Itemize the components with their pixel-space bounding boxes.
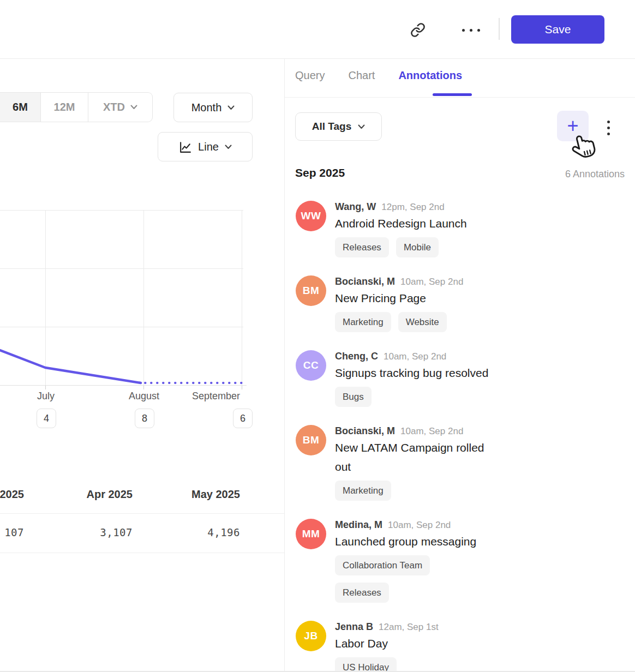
annotation-title: New Pricing Page [335, 289, 463, 308]
annotation-tag[interactable]: Mobile [396, 237, 439, 257]
save-button[interactable]: Save [511, 15, 604, 44]
annotation-time: 12pm, Sep 2nd [381, 202, 444, 213]
table-value-cell: 4,196 [158, 526, 240, 538]
annotation-title: Labor Day [335, 634, 439, 653]
chart-type-button[interactable]: Line [158, 132, 253, 161]
table-header-cell: May 2025 [158, 488, 240, 501]
annotation-tag[interactable]: Bugs [335, 387, 372, 407]
annotation-tag[interactable]: Marketing [335, 312, 391, 332]
annotation-item[interactable]: BM Bocianski, M 10am, Sep 2nd New LATAM … [296, 425, 626, 501]
chart-type-label: Line [198, 141, 219, 153]
annotation-count-badge[interactable]: 4 [37, 409, 56, 428]
tabs-divider [285, 97, 635, 98]
annotation-tag[interactable]: Marketing [335, 481, 391, 501]
kebab-icon [607, 121, 610, 123]
avatar: BM [296, 275, 326, 306]
add-annotation-button[interactable]: + [557, 111, 589, 141]
table-header-cell: Apr 2025 [51, 488, 133, 501]
panel-tabs: Query Chart Annotations [295, 69, 462, 82]
table-divider [0, 553, 284, 553]
avatar: BM [296, 425, 326, 455]
table-header-cell: 2025 [0, 488, 24, 501]
header-divider [499, 18, 500, 40]
x-axis-label: September [183, 391, 249, 402]
annotation-tag[interactable]: Website [398, 312, 447, 332]
range-option-6m[interactable]: 6M [0, 93, 40, 122]
analytics-app: Save 6M 12M XTD Month Line [0, 0, 635, 672]
plus-icon: + [567, 116, 578, 136]
line-chart-icon [178, 140, 192, 154]
annotation-author: Bocianski, M [335, 425, 395, 437]
granularity-button[interactable]: Month [173, 93, 253, 122]
x-axis-label: August [117, 391, 171, 402]
annotation-author: Jenna B [335, 621, 373, 633]
annotation-tag[interactable]: Releases [335, 237, 389, 257]
annotation-time: 10am, Sep 2nd [400, 277, 463, 287]
date-range-selector: 6M 12M XTD [0, 92, 153, 122]
chart-series-svg [0, 205, 243, 388]
annotation-title: Launched group messaging [335, 532, 490, 551]
annotation-time: 10am, Sep 2nd [388, 520, 451, 531]
annotation-count-badge[interactable]: 8 [135, 409, 154, 428]
active-tab-underline [433, 93, 472, 96]
table-value-cell: 107 [0, 526, 24, 538]
annotation-title: New LATAM Campaign rolled out [335, 438, 490, 476]
month-section-header: Sep 2025 [295, 166, 345, 179]
annotation-tag[interactable]: US Holiday [335, 657, 397, 672]
link-icon [410, 22, 426, 38]
annotation-item[interactable]: CC Cheng, C 10am, Sep 2nd Signups tracki… [296, 350, 626, 407]
annotation-tag[interactable]: Releases [335, 583, 389, 603]
annotation-item[interactable]: WW Wang, W 12pm, Sep 2nd Android Redesig… [296, 201, 626, 257]
ellipsis-icon [462, 29, 480, 32]
tab-annotations[interactable]: Annotations [398, 69, 462, 82]
annotation-title: Android Redesign Launch [335, 214, 467, 233]
annotation-time: 12am, Sep 1st [379, 622, 439, 633]
avatar: MM [296, 519, 326, 549]
range-option-12m[interactable]: 12M [40, 93, 88, 122]
annotation-tag[interactable]: Collaboration Team [335, 555, 430, 575]
annotation-item[interactable]: MM Medina, M 10am, Sep 2nd Launched grou… [296, 519, 626, 603]
chevron-down-icon [227, 105, 235, 110]
chevron-down-icon [130, 105, 137, 110]
more-menu-button[interactable] [458, 22, 483, 38]
panel-divider [284, 58, 285, 672]
all-tags-label: All Tags [312, 121, 352, 133]
range-option-xtd[interactable]: XTD [88, 93, 152, 122]
annotations-count: 6 Annotations [565, 169, 625, 180]
annotation-author: Bocianski, M [335, 276, 395, 287]
chevron-down-icon [225, 145, 232, 149]
all-tags-filter-button[interactable]: All Tags [295, 112, 382, 141]
tab-query[interactable]: Query [295, 69, 325, 82]
annotation-count-badge[interactable]: 6 [233, 409, 253, 428]
top-bar: Save [0, 0, 635, 59]
annotation-item[interactable]: JB Jenna B 12am, Sep 1st Labor Day US Ho… [296, 621, 626, 672]
annotation-list: WW Wang, W 12pm, Sep 2nd Android Redesig… [296, 201, 626, 672]
chevron-down-icon [358, 124, 365, 129]
table-divider [0, 513, 284, 514]
table-value-cell: 3,107 [51, 526, 133, 538]
range-option-xtd-label: XTD [103, 101, 125, 113]
annotation-item[interactable]: BM Bocianski, M 10am, Sep 2nd New Pricin… [296, 275, 626, 332]
annotation-time: 10am, Sep 2nd [384, 351, 446, 362]
granularity-label: Month [191, 101, 222, 114]
avatar: CC [296, 350, 326, 381]
annotation-author: Medina, M [335, 519, 382, 531]
x-axis-label: July [19, 391, 73, 402]
annotation-time: 10am, Sep 2nd [400, 426, 463, 437]
annotation-author: Cheng, C [335, 351, 378, 362]
tab-chart[interactable]: Chart [348, 69, 375, 82]
avatar: WW [296, 201, 326, 231]
kebab-menu-button[interactable] [600, 117, 617, 139]
copy-link-button[interactable] [408, 21, 428, 39]
chart-line [0, 350, 141, 383]
avatar: JB [296, 621, 326, 651]
annotation-author: Wang, W [335, 201, 376, 213]
annotation-title: Signups tracking bug resolved [335, 363, 488, 382]
